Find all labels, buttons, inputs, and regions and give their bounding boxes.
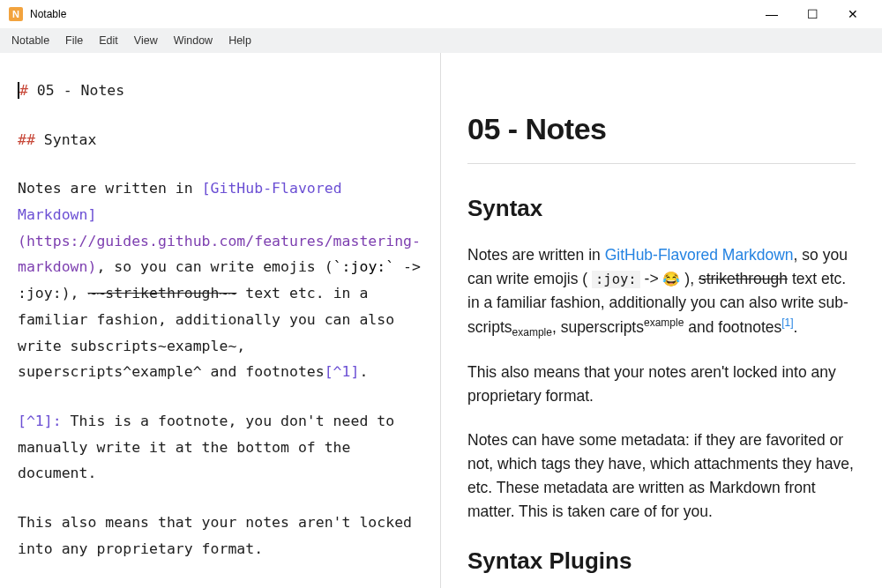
h2-marker: ## — [18, 131, 35, 148]
para3: Notes can have some metadata: if they ar… — [18, 584, 422, 588]
footnote-marker: [^1] — [325, 363, 360, 380]
strike-text: ~~strikethrough~~ — [87, 285, 236, 301]
close-button[interactable]: ✕ — [833, 0, 873, 28]
menu-help[interactable]: Help — [220, 31, 259, 50]
gfm-link[interactable]: GitHub-Flavored Markdown — [605, 246, 794, 264]
menu-window[interactable]: Window — [166, 31, 220, 50]
h2-text: Syntax — [35, 131, 97, 148]
para2: This also means that your notes aren't l… — [18, 510, 422, 562]
maximize-button[interactable]: ☐ — [792, 0, 833, 28]
subscript-example: example — [512, 327, 552, 339]
divider — [467, 163, 856, 164]
para1-b: , so you can write emojis ( — [96, 258, 333, 275]
superscript-example: example — [644, 316, 684, 329]
code-joy: :joy: — [592, 271, 640, 288]
menu-edit[interactable]: Edit — [91, 31, 126, 50]
menu-notable[interactable]: Notable — [4, 31, 57, 50]
preview-para3: Notes can have some metadata: if they ar… — [467, 428, 856, 525]
footnote-ref[interactable]: [1] — [781, 316, 793, 329]
strike-preview: strikethrough — [699, 270, 788, 287]
window-title: Notable — [30, 8, 66, 20]
link-url-close: ) — [87, 258, 96, 275]
preview-h2-plugins: Syntax Plugins — [467, 543, 856, 578]
preview-h1: 05 - Notes — [467, 106, 856, 153]
markdown-editor[interactable]: # 05 - Notes ## Syntax Notes are written… — [0, 53, 441, 588]
window-controls: — ☐ ✕ — [751, 0, 873, 28]
h1-marker: # — [19, 82, 28, 99]
titlebar: N Notable — ☐ ✕ — [0, 0, 882, 28]
app-icon: N — [9, 7, 23, 21]
minimize-button[interactable]: — — [751, 0, 792, 28]
preview-h2-syntax: Syntax — [467, 190, 856, 226]
menubar: Notable File Edit View Window Help — [0, 28, 882, 53]
menu-view[interactable]: View — [126, 31, 166, 50]
preview-para1: Notes are written in GitHub-Flavored Mar… — [467, 243, 856, 341]
preview-para2: This also means that your notes aren't l… — [467, 361, 856, 408]
markdown-preview: 05 - Notes Syntax Notes are written in G… — [441, 53, 882, 588]
footnote-label: [^1]: — [18, 413, 62, 429]
content-area: # 05 - Notes ## Syntax Notes are written… — [0, 53, 882, 588]
inline-code: `:joy:` — [333, 258, 395, 275]
para1-e: . — [359, 363, 368, 380]
h1-text: 05 - Notes — [28, 82, 124, 99]
footnote-text: This is a footnote, you don't need to ma… — [18, 413, 394, 481]
para1-text: Notes are written in — [18, 180, 202, 197]
menu-file[interactable]: File — [57, 31, 91, 50]
joy-emoji-icon: 😂 — [662, 272, 680, 287]
link-url-open: ( — [18, 233, 26, 249]
